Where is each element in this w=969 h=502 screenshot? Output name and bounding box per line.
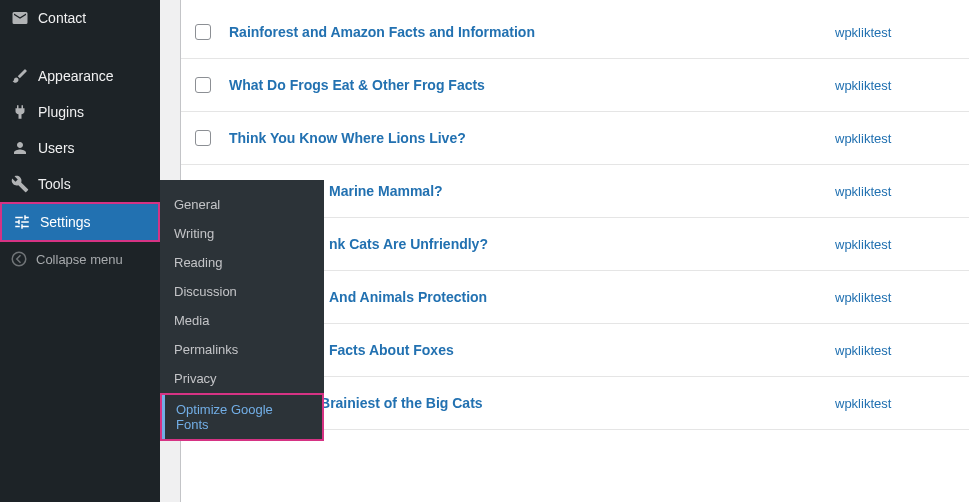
menu-label: Contact: [38, 10, 86, 26]
brush-icon: [10, 66, 30, 86]
menu-label: Tools: [38, 176, 71, 192]
submenu-permalinks[interactable]: Permalinks: [160, 335, 324, 364]
wrench-icon: [10, 174, 30, 194]
post-title-link[interactable]: Rainforest and Amazon Facts and Informat…: [229, 24, 835, 40]
post-author-link[interactable]: wpkliktest: [835, 343, 955, 358]
post-author-link[interactable]: wpkliktest: [835, 396, 955, 411]
post-author-link[interactable]: wpkliktest: [835, 25, 955, 40]
submenu-media[interactable]: Media: [160, 306, 324, 335]
row-checkbox[interactable]: [195, 130, 211, 146]
post-author-link[interactable]: wpkliktest: [835, 131, 955, 146]
submenu-writing[interactable]: Writing: [160, 219, 324, 248]
post-title-link[interactable]: Think You Know Where Lions Live?: [229, 130, 835, 146]
admin-sidebar: Contact Appearance Plugins Users Tools S…: [0, 0, 160, 502]
settings-submenu: General Writing Reading Discussion Media…: [160, 180, 324, 441]
submenu-optimize-google-fonts[interactable]: Optimize Google Fonts: [162, 395, 322, 439]
post-author-link[interactable]: wpkliktest: [835, 237, 955, 252]
row-checkbox[interactable]: [195, 24, 211, 40]
menu-label: Settings: [40, 214, 91, 230]
menu-item-tools[interactable]: Tools: [0, 166, 160, 202]
post-author-link[interactable]: wpkliktest: [835, 78, 955, 93]
collapse-icon: [10, 250, 28, 268]
collapse-label: Collapse menu: [36, 252, 123, 267]
menu-label: Appearance: [38, 68, 114, 84]
post-row: What Do Frogs Eat & Other Frog Facts wpk…: [181, 59, 969, 112]
post-row: Rainforest and Amazon Facts and Informat…: [181, 0, 969, 59]
menu-item-contact[interactable]: Contact: [0, 0, 160, 36]
submenu-general[interactable]: General: [160, 190, 324, 219]
post-author-link[interactable]: wpkliktest: [835, 184, 955, 199]
sliders-icon: [12, 212, 32, 232]
submenu-discussion[interactable]: Discussion: [160, 277, 324, 306]
menu-item-appearance[interactable]: Appearance: [0, 58, 160, 94]
envelope-icon: [10, 8, 30, 28]
submenu-reading[interactable]: Reading: [160, 248, 324, 277]
plug-icon: [10, 102, 30, 122]
menu-label: Users: [38, 140, 75, 156]
post-title-link[interactable]: What Do Frogs Eat & Other Frog Facts: [229, 77, 835, 93]
user-icon: [10, 138, 30, 158]
svg-point-0: [12, 252, 26, 266]
row-checkbox[interactable]: [195, 77, 211, 93]
submenu-privacy[interactable]: Privacy: [160, 364, 324, 393]
menu-item-settings[interactable]: Settings: [2, 204, 158, 240]
menu-label: Plugins: [38, 104, 84, 120]
collapse-menu-button[interactable]: Collapse menu: [0, 242, 160, 276]
post-author-link[interactable]: wpkliktest: [835, 290, 955, 305]
post-row: Think You Know Where Lions Live? wpklikt…: [181, 112, 969, 165]
menu-item-plugins[interactable]: Plugins: [0, 94, 160, 130]
menu-item-users[interactable]: Users: [0, 130, 160, 166]
